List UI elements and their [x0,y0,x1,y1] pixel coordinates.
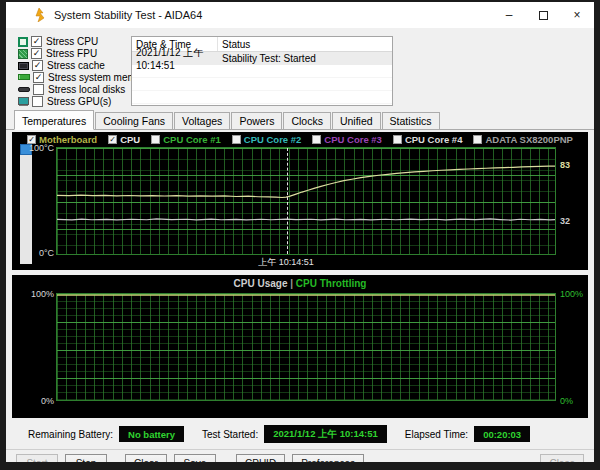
test-started-label: Test Started: [202,429,258,440]
stress-options-list: ✓ Stress CPU ✓ Stress FPU ✓ Stress cache… [18,36,124,107]
close-action-button[interactable]: Close [540,454,584,462]
temperature-legend: ✓ Motherboard ✓ CPU CPU Core #1 CPU Core… [12,134,588,145]
stress-cpu-label: Stress CPU [46,36,98,47]
temperature-plot-area [56,147,556,255]
usage-curves [57,294,555,400]
tab-clocks[interactable]: Clocks [283,112,331,129]
maximize-button[interactable] [526,2,560,28]
upper-section: ✓ Stress CPU ✓ Stress FPU ✓ Stress cache… [6,28,594,109]
maximize-icon [539,11,548,20]
stress-cache-row: ✓ Stress cache [18,60,124,72]
stress-disks-checkbox[interactable] [33,84,44,95]
throttling-axis-min-label: 0% [560,396,573,406]
stress-cpu-row: ✓ Stress CPU [18,36,124,48]
save-button[interactable]: Save [174,454,216,462]
fpu-icon [18,49,28,59]
window-frame: System Stability Test - AIDA64 – × ✓ Str… [0,0,600,470]
temp-axis-min-label: 0°C [22,248,54,258]
stop-button[interactable]: Stop [65,454,107,462]
usage-title-left: CPU Usage [234,278,288,289]
usage-axis-min-label: 0% [20,396,54,406]
elapsed-time-value: 00:20:03 [474,426,530,442]
usage-title-separator: | [290,278,293,289]
stress-gpu-label: Stress GPU(s) [47,96,111,107]
legend-cpu-core1-label: CPU Core #1 [163,134,221,145]
legend-cpu-core2: CPU Core #2 [232,134,302,145]
column-header-status: Status [218,39,392,50]
legend-cpu-core1-checkbox[interactable] [151,135,160,144]
usage-plot-area [56,293,556,401]
legend-cpu-core1: CPU Core #1 [151,134,221,145]
legend-cpu-core2-label: CPU Core #2 [244,134,302,145]
tab-powers[interactable]: Powers [231,112,282,129]
usage-axis-max-label: 100% [20,289,54,299]
time-marker-label: 上午 10:14:51 [226,256,346,269]
test-started-value: 2021/1/12 上午 10:14:51 [264,425,387,443]
stress-cpu-checkbox[interactable]: ✓ [31,36,42,47]
legend-cpu-core3-checkbox[interactable] [312,135,321,144]
event-log-table: Date & Time Status 2021/1/12 上午 10:14:51… [131,36,393,106]
stress-fpu-checkbox[interactable]: ✓ [31,48,42,59]
temperature-graph-panel: ✓ Motherboard ✓ CPU CPU Core #1 CPU Core… [12,132,588,270]
stress-disks-row: Stress local disks [18,84,124,96]
close-button[interactable]: × [560,2,594,28]
start-button[interactable]: Start [16,454,58,462]
legend-cpu-label: CPU [120,134,140,145]
cpu-usage-graph-panel: CPU Usage | CPU Throttling 100% 0% 100% … [12,275,588,418]
tab-temperatures[interactable]: Temperatures [14,110,94,130]
stress-memory-checkbox[interactable]: ✓ [33,72,44,83]
stress-memory-row: ✓ Stress system memory [18,72,124,84]
event-datetime: 2021/1/12 上午 10:14:51 [132,52,218,65]
tab-voltages[interactable]: Voltages [174,112,230,129]
app-window: System Stability Test - AIDA64 – × ✓ Str… [6,2,594,462]
vertical-scrollbar[interactable] [20,144,32,264]
legend-cpu-core4-checkbox[interactable] [393,135,402,144]
legend-cpu-core3: CPU Core #3 [312,134,382,145]
stress-cache-label: Stress cache [47,60,105,71]
throttling-axis-max-label: 100% [560,289,583,299]
battery-value: No battery [119,426,184,442]
battery-label: Remaining Battery: [28,429,113,440]
tab-unified[interactable]: Unified [332,112,381,129]
legend-adata-ssd: ADATA SX8200PNP [473,134,572,145]
temperatures-tab-pane: ✓ Motherboard ✓ CPU CPU Core #1 CPU Core… [6,129,594,443]
stress-gpu-checkbox[interactable] [32,96,43,107]
stress-fpu-row: ✓ Stress FPU [18,48,124,60]
cpuid-button[interactable]: CPUID [236,454,285,462]
legend-cpu-core3-label: CPU Core #3 [324,134,382,145]
legend-adata-ssd-checkbox[interactable] [473,135,482,144]
event-log-empty-row [132,91,392,104]
cpu-current-temp: 83 [560,160,570,170]
clear-button[interactable]: Clear [125,454,167,462]
title-bar[interactable]: System Stability Test - AIDA64 – × [6,2,594,28]
window-title: System Stability Test - AIDA64 [54,9,202,21]
legend-cpu-checkbox[interactable]: ✓ [108,135,117,144]
legend-cpu-core2-checkbox[interactable] [232,135,241,144]
gpu-icon [18,97,29,105]
cpu-icon [18,37,28,47]
button-bar: Start Stop Clear Save CPUID Preferences … [6,449,594,462]
aida64-app-icon [32,8,46,22]
tab-cooling-fans[interactable]: Cooling Fans [95,112,173,129]
tab-strip: Temperatures Cooling Fans Voltages Power… [6,109,594,129]
motherboard-current-temp: 32 [560,216,570,226]
disk-icon [18,87,30,92]
legend-adata-ssd-label: ADATA SX8200PNP [485,134,572,145]
status-bar: Remaining Battery: No battery Test Start… [28,425,594,443]
preferences-button[interactable]: Preferences [292,454,364,462]
stress-gpu-row: Stress GPU(s) [18,95,124,107]
event-log-empty-row [132,78,392,91]
event-status: Stability Test: Started [218,53,392,64]
elapsed-time-label: Elapsed Time: [405,429,468,440]
tab-statistics[interactable]: Statistics [382,112,440,129]
stress-cache-checkbox[interactable]: ✓ [32,60,43,71]
legend-cpu: ✓ CPU [108,134,140,145]
usage-graph-title: CPU Usage | CPU Throttling [12,278,588,289]
usage-title-right: CPU Throttling [296,278,367,289]
event-log-row[interactable]: 2021/1/12 上午 10:14:51 Stability Test: St… [132,52,392,65]
stress-disks-label: Stress local disks [48,84,125,95]
temperature-curves [57,148,555,254]
legend-cpu-core4: CPU Core #4 [393,134,463,145]
stress-fpu-label: Stress FPU [46,48,97,59]
minimize-button[interactable]: – [492,2,526,28]
